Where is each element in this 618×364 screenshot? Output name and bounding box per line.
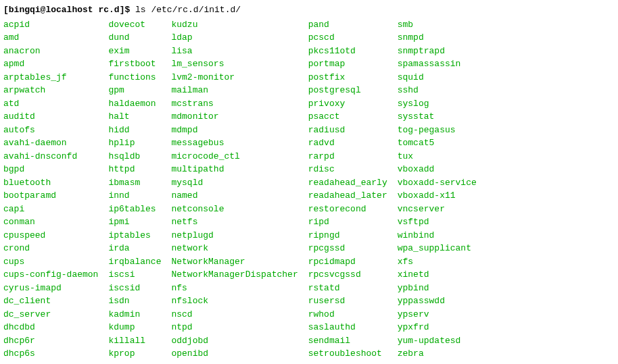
file-entry: isdn [108,294,161,308]
file-entry: exim [108,45,161,58]
file-entry: squid [398,71,477,84]
file-entry: xfs [398,255,477,269]
file-entry: bootparamd [3,189,98,203]
file-entry: acpid [3,18,98,32]
file-entry: mcstrans [171,97,298,111]
file-entry: functions [108,71,161,84]
file-entry: pand [308,18,387,32]
file-entry: ipmi [108,215,161,229]
file-entry: auditd [3,110,98,124]
file-entry: named [171,189,298,203]
file-entry: bluetooth [3,176,98,190]
file-entry: vboxadd-service [398,176,477,190]
file-entry: psacct [308,110,387,124]
file-entry: winbind [398,229,477,242]
file-entry: dc_client [3,294,98,308]
file-entry: netfs [171,215,298,229]
file-entry: vncserver [398,203,477,216]
file-entry: killall [108,334,161,348]
file-entry: readahead_early [308,176,387,190]
file-entry: lvm2-monitor [171,71,298,84]
file-entry: rusersd [308,294,387,308]
file-entry: anacron [3,45,98,58]
file-entry: cups-config-daemon [3,268,98,282]
file-entry: dhcdbd [3,321,98,334]
file-entry: mdmonitor [171,110,298,124]
file-entry: vsftpd [398,215,477,229]
file-entry: rpcgssd [308,242,387,255]
file-entry: yppasswdd [398,294,477,308]
file-entry: saslauthd [308,321,387,334]
file-entry: radvd [308,136,387,150]
file-entry: restorecond [308,203,387,216]
file-entry: cyrus-imapd [3,282,98,295]
file-entry: ypserv [398,308,477,321]
file-entry: tomcat5 [398,136,477,150]
file-entry: arptables_jf [3,71,98,84]
file-entry: nfs [171,282,298,295]
file-entry: netconsole [171,203,298,216]
file-entry: netplugd [171,229,298,242]
file-entry: ypxfrd [398,321,477,334]
file-entry: spamassassin [398,57,477,71]
file-entry: sshd [398,84,477,97]
file-entry: rstatd [308,282,387,295]
file-entry: bgpd [3,163,98,176]
column-5: smbsnmpdsnmptrapdspamassassinsquidsshdsy… [398,18,477,361]
file-entry: snmpd [398,31,477,45]
file-entry: pkcs11otd [308,45,387,58]
file-entry: multipathd [171,163,298,176]
file-entry: kadmin [108,308,161,321]
file-entry: firstboot [108,57,161,71]
file-entry: tog-pegasus [398,124,477,137]
file-entry: oddjobd [171,334,298,348]
file-entry: snmptrapd [398,45,477,58]
file-entry: capi [3,203,98,216]
file-entry: apmd [3,57,98,71]
file-entry: dc_server [3,308,98,321]
file-entry: rwhod [308,308,387,321]
shell-prompt: [bingqi@localhost rc.d]$ [3,5,130,15]
file-entry: httpd [108,163,161,176]
file-entry: NetworkManager [171,255,298,269]
file-entry: vboxadd [398,163,477,176]
file-entry: gpm [108,84,161,97]
file-entry: openibd [171,347,298,361]
file-entry: sysstat [398,110,477,124]
file-entry: hsqldb [108,150,161,163]
file-entry: avahi-dnsconfd [3,150,98,163]
file-entry: iptables [108,229,161,242]
file-entry: microcode_ctl [171,150,298,163]
file-entry: kudzu [171,18,298,32]
file-entry: ibmasm [108,176,161,190]
file-entry: wpa_supplicant [398,242,477,255]
file-entry: kprop [108,347,161,361]
file-entry: kdump [108,321,161,334]
file-entry: nscd [171,308,298,321]
file-entry: mdmpd [171,124,298,137]
file-entry: dund [108,31,161,45]
file-entry: network [171,242,298,255]
file-entry: atd [3,97,98,111]
file-entry: autofs [3,124,98,137]
file-entry: halt [108,110,161,124]
shell-command: ls /etc/rc.d/init.d/ [135,5,241,15]
file-entry: vboxadd-x11 [398,189,477,203]
file-entry: arpwatch [3,84,98,97]
file-entry: ripd [308,215,387,229]
file-entry: tux [398,150,477,163]
file-entry: messagebus [171,136,298,150]
file-entry: ntpd [171,321,298,334]
file-entry: pcscd [308,31,387,45]
file-entry: readahead_later [308,189,387,203]
ls-output: acpidamdanacronapmdarptables_jfarpwatcha… [3,18,618,361]
file-entry: dhcp6r [3,334,98,348]
file-entry: amd [3,31,98,45]
file-entry: postgresql [308,84,387,97]
file-entry: ripngd [308,229,387,242]
file-entry: setroubleshoot [308,347,387,361]
file-entry: irqbalance [108,255,161,269]
file-entry: avahi-daemon [3,136,98,150]
file-entry: syslog [398,97,477,111]
file-entry: conman [3,215,98,229]
